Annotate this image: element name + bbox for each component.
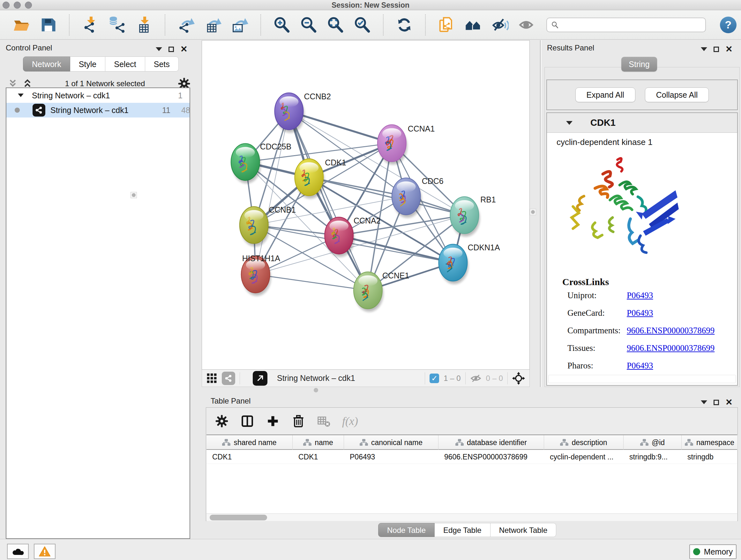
table-cell[interactable]: CDK1 <box>293 450 344 464</box>
table-cell[interactable]: stringdb <box>682 450 738 464</box>
crosslink-link[interactable]: 9606.ENSP00000378699 <box>627 326 715 335</box>
network-edge[interactable] <box>339 236 453 263</box>
results-panel-close-button[interactable]: ✕ <box>725 46 733 52</box>
memory-button[interactable]: Memory <box>689 544 737 559</box>
show-all-button[interactable] <box>518 16 536 34</box>
tab-network-table[interactable]: Network Table <box>490 523 556 537</box>
network-node-hist1h1a[interactable]: HIST1H1A <box>241 254 280 296</box>
tab-node-table[interactable]: Node Table <box>378 523 434 537</box>
network-edge[interactable] <box>289 111 392 143</box>
show-first-neighbors-button[interactable] <box>464 16 482 34</box>
cloud-tasks-button[interactable] <box>7 544 29 559</box>
table-row[interactable]: CDK1CDK1P064939606.ENSP00000378699cyclin… <box>206 450 737 464</box>
table-cell[interactable]: stringdb:9... <box>623 450 682 464</box>
tab-sets[interactable]: Sets <box>145 57 179 71</box>
splitter-handle-right[interactable] <box>530 209 536 215</box>
import-network-from-file-button[interactable] <box>81 16 99 34</box>
refresh-view-button[interactable] <box>395 16 414 34</box>
network-edge[interactable] <box>289 111 368 291</box>
export-network-button[interactable] <box>177 16 195 34</box>
tab-select[interactable]: Select <box>105 57 145 71</box>
duplicate-network-button[interactable] <box>437 16 456 34</box>
network-node-cdc6[interactable]: CDC6 <box>392 177 444 218</box>
network-node-ccnb2[interactable]: CCNB2 <box>275 92 331 133</box>
table-panel-collapse-icon[interactable] <box>701 400 707 408</box>
network-view-canvas[interactable]: CCNB2CCNA1CDC25BCDK1CDC6RB1CCNB1CCNA2CDK… <box>202 40 530 370</box>
selected-checkbox-icon[interactable]: ✓ <box>429 374 439 383</box>
search-box[interactable] <box>546 17 706 32</box>
function-builder-icon[interactable]: f(x) <box>342 415 358 428</box>
delete-table-icon[interactable] <box>317 414 331 428</box>
control-panel-collapse-icon[interactable] <box>156 47 162 54</box>
collection-expander-icon[interactable] <box>18 94 23 100</box>
collapse-all-button[interactable]: Collapse All <box>645 87 709 102</box>
table-horizontal-scrollbar[interactable] <box>206 513 737 521</box>
splitter-handle[interactable] <box>131 192 137 198</box>
fit-selected-crosshair-icon[interactable] <box>512 372 525 385</box>
table-cell[interactable]: 9606.ENSP00000378699 <box>439 450 544 464</box>
table-cell[interactable]: P06493 <box>344 450 439 464</box>
column-header-shared-name[interactable]: shared name <box>206 435 293 450</box>
column-header-name[interactable]: name <box>293 435 344 450</box>
tab-string[interactable]: String <box>621 57 657 71</box>
export-table-button[interactable] <box>204 16 222 34</box>
table-cell[interactable]: CDK1 <box>206 450 293 464</box>
results-panel-collapse-icon[interactable] <box>701 47 707 54</box>
save-session-button[interactable] <box>39 16 57 34</box>
expand-all-networks-icon[interactable] <box>8 79 18 88</box>
control-panel-close-button[interactable]: ✕ <box>180 46 188 52</box>
column-header-namespace[interactable]: namespace <box>682 435 738 450</box>
create-column-plus-icon[interactable] <box>266 414 280 428</box>
results-entry-header[interactable]: CDK1 <box>547 113 737 133</box>
delete-column-trash-icon[interactable] <box>291 414 306 428</box>
column-header-canonical-name[interactable]: canonical name <box>344 435 439 450</box>
zoom-in-button[interactable] <box>273 16 291 34</box>
show-columns-icon[interactable] <box>240 414 255 428</box>
tab-edge-table[interactable]: Edge Table <box>434 523 490 537</box>
zoom-selected-region-button[interactable] <box>353 16 372 34</box>
import-network-from-database-button[interactable] <box>108 16 126 34</box>
network-node-cdk1[interactable]: CDK1 <box>294 158 346 199</box>
hide-selected-button[interactable] <box>491 16 509 34</box>
crosslink-link[interactable]: P06493 <box>627 361 653 371</box>
detach-view-icon[interactable] <box>253 371 267 386</box>
expand-all-button[interactable]: Expand All <box>576 87 635 102</box>
scrollbar-thumb[interactable] <box>210 515 267 520</box>
horizontal-splitter-handle[interactable] <box>314 388 318 392</box>
table-panel-close-button[interactable]: ✕ <box>725 399 733 406</box>
network-node-ccna1[interactable]: CCNA1 <box>378 124 434 165</box>
network-node-ccna2[interactable]: CCNA2 <box>325 216 381 257</box>
network-node-cdkn1a[interactable]: CDKN1A <box>439 243 500 284</box>
network-collection-row[interactable]: String Network – cdk1 1 <box>6 88 190 103</box>
network-node-ccnb1[interactable]: CCNB1 <box>240 205 296 246</box>
control-panel-float-button[interactable] <box>169 47 174 52</box>
entry-expander-icon[interactable] <box>566 121 572 128</box>
results-panel-float-button[interactable] <box>714 47 719 52</box>
table-panel-float-button[interactable] <box>714 400 719 405</box>
vertical-splitter[interactable] <box>540 40 542 387</box>
tab-network[interactable]: Network <box>23 57 70 71</box>
export-image-button[interactable] <box>230 16 249 34</box>
grid-view-icon[interactable] <box>206 373 217 384</box>
warnings-button[interactable] <box>34 544 56 559</box>
results-scrollbar[interactable] <box>548 375 736 383</box>
network-node-cdc25b[interactable]: CDC25B <box>231 142 291 183</box>
import-table-from-file-button[interactable] <box>135 16 153 34</box>
column-header--id[interactable]: @id <box>623 435 682 450</box>
help-button[interactable]: ? <box>720 17 737 33</box>
open-session-button[interactable] <box>12 16 30 34</box>
search-input[interactable] <box>562 20 701 29</box>
table-settings-gear-icon[interactable] <box>214 414 229 428</box>
crosslink-link[interactable]: 9606.ENSP00000378699 <box>627 343 715 353</box>
column-header-database-identifier[interactable]: database identifier <box>439 435 544 450</box>
zoom-out-button[interactable] <box>299 16 318 34</box>
crosslink-link[interactable]: P06493 <box>627 308 653 318</box>
network-row-selected[interactable]: String Network – cdk1 11 48 <box>6 103 190 118</box>
collapse-all-networks-icon[interactable] <box>22 79 32 88</box>
hidden-eye-slash-icon[interactable] <box>470 374 482 383</box>
table-cell[interactable]: cyclin-dependent ... <box>544 450 623 464</box>
zoom-fit-content-button[interactable] <box>326 16 345 34</box>
network-node-rb1[interactable]: RB1 <box>450 195 495 237</box>
network-edge[interactable] <box>256 274 368 291</box>
network-node-ccne1[interactable]: CCNE1 <box>354 271 409 312</box>
